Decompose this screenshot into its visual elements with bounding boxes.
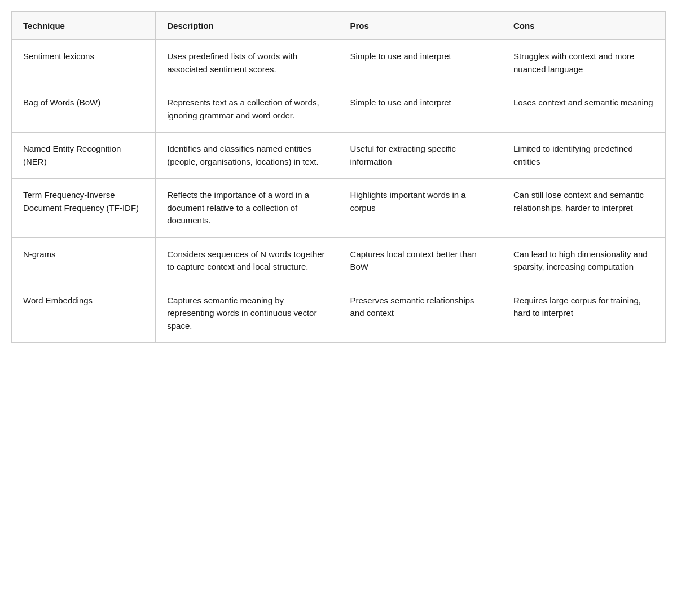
cell-pros: Highlights important words in a corpus — [338, 179, 502, 238]
main-table-container: Technique Description Pros Cons Sentimen… — [11, 11, 666, 343]
header-pros: Pros — [338, 12, 502, 40]
cell-technique: Word Embeddings — [12, 284, 156, 342]
cell-description: Uses predefined lists of words with asso… — [156, 40, 338, 86]
header-cons: Cons — [502, 12, 665, 40]
cell-technique: Term Frequency-Inverse Document Frequenc… — [12, 179, 156, 238]
cell-technique: N-grams — [12, 237, 156, 284]
cell-technique: Sentiment lexicons — [12, 40, 156, 86]
cell-description: Identifies and classifies named entities… — [156, 133, 338, 179]
cell-technique: Named Entity Recognition (NER) — [12, 133, 156, 179]
table-row: Word EmbeddingsCaptures semantic meaning… — [12, 284, 665, 342]
cell-technique: Bag of Words (BoW) — [12, 86, 156, 133]
table-row: Sentiment lexiconsUses predefined lists … — [12, 40, 665, 86]
cell-pros: Preserves semantic relationships and con… — [338, 284, 502, 342]
cell-cons: Limited to identifying predefined entiti… — [502, 133, 665, 179]
cell-pros: Captures local context better than BoW — [338, 237, 502, 284]
table-row: Named Entity Recognition (NER)Identifies… — [12, 133, 665, 179]
cell-cons: Requires large corpus for training, hard… — [502, 284, 665, 342]
cell-pros: Simple to use and interpret — [338, 86, 502, 133]
cell-description: Considers sequences of N words together … — [156, 237, 338, 284]
cell-description: Captures semantic meaning by representin… — [156, 284, 338, 342]
cell-pros: Useful for extracting specific informati… — [338, 133, 502, 179]
table-row: Bag of Words (BoW)Represents text as a c… — [12, 86, 665, 133]
cell-cons: Loses context and semantic meaning — [502, 86, 665, 133]
table-row: Term Frequency-Inverse Document Frequenc… — [12, 179, 665, 238]
techniques-table: Technique Description Pros Cons Sentimen… — [12, 12, 665, 342]
cell-description: Represents text as a collection of words… — [156, 86, 338, 133]
cell-cons: Can lead to high dimensionality and spar… — [502, 237, 665, 284]
cell-pros: Simple to use and interpret — [338, 40, 502, 86]
header-technique: Technique — [12, 12, 156, 40]
header-description: Description — [156, 12, 338, 40]
table-row: N-gramsConsiders sequences of N words to… — [12, 237, 665, 284]
cell-cons: Struggles with context and more nuanced … — [502, 40, 665, 86]
cell-description: Reflects the importance of a word in a d… — [156, 179, 338, 238]
cell-cons: Can still lose context and semantic rela… — [502, 179, 665, 238]
table-header-row: Technique Description Pros Cons — [12, 12, 665, 40]
